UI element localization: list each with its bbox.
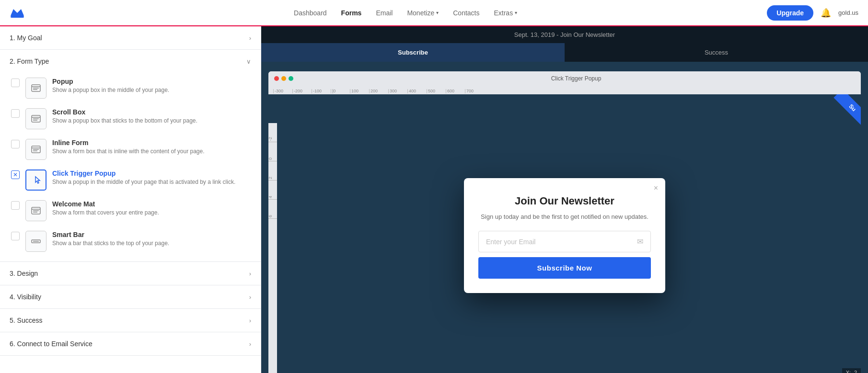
extras-dropdown-icon: ▾ <box>515 10 517 15</box>
form-type-title: 2. Form Type <box>10 57 49 65</box>
popup-name: Popup <box>52 78 169 85</box>
popup-email-input[interactable]: Enter your Email ✉ <box>478 231 651 252</box>
inline-form-text: Inline Form Show a form box that is inli… <box>52 139 205 156</box>
ruler-tick: 200 <box>369 89 388 93</box>
smart-bar-checkbox[interactable] <box>11 232 20 240</box>
nav-monetize[interactable]: Monetize ▾ <box>407 9 439 17</box>
tab-success[interactable]: Success <box>565 43 868 62</box>
ruler-vertical: -2 0 2 4 6 <box>268 123 277 373</box>
welcome-mat-desc: Show a form that covers your entire page… <box>52 209 159 217</box>
ruler-tick: 500 <box>427 89 446 93</box>
ruler-tick: -200 <box>292 89 312 93</box>
top-nav-right: Upgrade 🔔 gold.us <box>767 5 858 21</box>
popup-checkbox[interactable] <box>11 79 20 87</box>
my-goal-chevron: › <box>249 34 251 42</box>
sidebar-section-visibility: 4. Visibility › <box>0 285 261 309</box>
tl-green[interactable] <box>289 76 293 81</box>
popup-text: Popup Show a popup box in the middle of … <box>52 78 169 94</box>
ruler-tick: |0 <box>331 89 350 93</box>
design-header[interactable]: 3. Design › <box>0 262 261 285</box>
click-trigger-icon-box <box>25 170 46 191</box>
ruler-tick-v: 6 <box>268 200 277 219</box>
popup-desc: Show a popup box in the middle of your p… <box>52 86 169 94</box>
form-type-item-popup[interactable]: Popup Show a popup box in the middle of … <box>7 73 254 103</box>
nav-contacts[interactable]: Contacts <box>453 9 479 17</box>
nav-extras[interactable]: Extras ▾ <box>494 9 517 17</box>
ruler-horizontal: -300 -200 -100 |0 100 200 300 400 500 60… <box>268 86 861 94</box>
preview-tabs: Subscribe Success <box>261 43 868 62</box>
form-type-item-smart-bar[interactable]: Smart Bar Show a bar that sticks to the … <box>7 226 254 257</box>
ruler-tick: -100 <box>312 89 331 93</box>
tl-yellow[interactable] <box>281 76 286 81</box>
welcome-mat-text: Welcome Mat Show a form that covers your… <box>52 200 159 217</box>
corner-banner-wrapper: Su <box>822 94 861 133</box>
scroll-box-checkbox[interactable] <box>11 109 20 118</box>
preview-area: Sept. 13, 2019 - Join Our Newsletter Sub… <box>261 26 868 373</box>
design-chevron: › <box>249 270 251 277</box>
ruler-tick: -300 <box>273 89 292 93</box>
click-trigger-checkbox[interactable] <box>11 170 20 179</box>
email-placeholder-text: Enter your Email <box>486 238 535 246</box>
popup-subscribe-button[interactable]: Subscribe Now <box>478 257 651 279</box>
logo[interactable] <box>10 5 25 20</box>
form-type-item-click-trigger[interactable]: Click Trigger Popup Show a popup in the … <box>7 165 254 195</box>
upgrade-button[interactable]: Upgrade <box>767 5 813 21</box>
inline-form-name: Inline Form <box>52 139 205 147</box>
nav-dashboard[interactable]: Dashboard <box>294 9 327 17</box>
welcome-mat-name: Welcome Mat <box>52 200 159 208</box>
smart-bar-desc: Show a bar that sticks to the top of you… <box>52 239 169 248</box>
inline-form-icon-box <box>25 139 46 160</box>
sidebar-section-design: 3. Design › <box>0 262 261 285</box>
popup-icon-box <box>25 78 46 99</box>
preview-header-text: Sept. 13, 2019 - Join Our Newsletter <box>514 31 615 38</box>
tl-red[interactable] <box>274 76 279 81</box>
preview-header: Sept. 13, 2019 - Join Our Newsletter <box>261 26 868 43</box>
click-trigger-text: Click Trigger Popup Show a popup in the … <box>52 170 235 186</box>
nav-email[interactable]: Email <box>376 9 393 17</box>
browser-body: -2 0 2 4 6 × Join Our Newsletter Sign up… <box>268 94 861 373</box>
form-type-item-welcome-mat[interactable]: Welcome Mat Show a form that covers your… <box>7 195 254 226</box>
connect-email-header[interactable]: 6. Connect to Email Service › <box>0 332 261 355</box>
bell-icon[interactable]: 🔔 <box>821 8 831 18</box>
form-type-header[interactable]: 2. Form Type ∨ <box>0 50 261 73</box>
tab-subscribe[interactable]: Subscribe <box>261 43 565 62</box>
ruler-tick: 600 <box>446 89 465 93</box>
nav-links: Dashboard Forms Email Monetize ▾ Contact… <box>44 9 767 17</box>
success-chevron: › <box>249 317 251 324</box>
form-type-chevron: ∨ <box>246 58 251 65</box>
form-type-item-inline-form[interactable]: Inline Form Show a form box that is inli… <box>7 134 254 165</box>
browser-chrome: Click Trigger Popup -300 -200 -100 |0 10… <box>268 71 861 373</box>
success-header[interactable]: 5. Success › <box>0 309 261 332</box>
svg-rect-1 <box>11 16 24 18</box>
form-type-item-scroll-box[interactable]: Scroll Box Show a popup box that sticks … <box>7 103 254 134</box>
browser-titlebar: Click Trigger Popup <box>268 71 861 86</box>
user-label: gold.us <box>838 9 858 16</box>
inline-form-checkbox[interactable] <box>11 140 20 148</box>
visibility-title: 4. Visibility <box>10 293 41 301</box>
sidebar-section-success: 5. Success › <box>0 309 261 332</box>
traffic-lights <box>274 76 293 81</box>
my-goal-title: 1. My Goal <box>10 34 42 42</box>
sidebar: 1. My Goal › 2. Form Type ∨ <box>0 26 261 373</box>
browser-title: Click Trigger Popup <box>297 75 855 82</box>
nav-forms[interactable]: Forms <box>341 9 362 17</box>
smart-bar-icon-box <box>25 231 46 252</box>
visibility-header[interactable]: 4. Visibility › <box>0 285 261 308</box>
welcome-mat-checkbox[interactable] <box>11 201 20 210</box>
popup-subtitle: Sign up today and be the first to get no… <box>478 212 651 222</box>
my-goal-header[interactable]: 1. My Goal › <box>0 26 261 49</box>
smart-bar-name: Smart Bar <box>52 231 169 238</box>
scroll-box-text: Scroll Box Show a popup box that sticks … <box>52 108 197 125</box>
popup-modal: × Join Our Newsletter Sign up today and … <box>464 178 665 294</box>
monetize-dropdown-icon: ▾ <box>436 10 439 15</box>
email-icon: ✉ <box>637 237 643 246</box>
scroll-box-icon-box <box>25 108 46 129</box>
ruler-tick-v: 4 <box>268 181 277 200</box>
popup-close-button[interactable]: × <box>654 184 658 192</box>
ruler-tick-v: 0 <box>268 142 277 161</box>
top-nav: Dashboard Forms Email Monetize ▾ Contact… <box>0 0 868 26</box>
svg-marker-0 <box>11 9 24 16</box>
scroll-box-name: Scroll Box <box>52 108 197 116</box>
status-bar: X: -2 <box>842 368 861 373</box>
click-trigger-desc: Show a popup in the middle of your page … <box>52 178 235 186</box>
